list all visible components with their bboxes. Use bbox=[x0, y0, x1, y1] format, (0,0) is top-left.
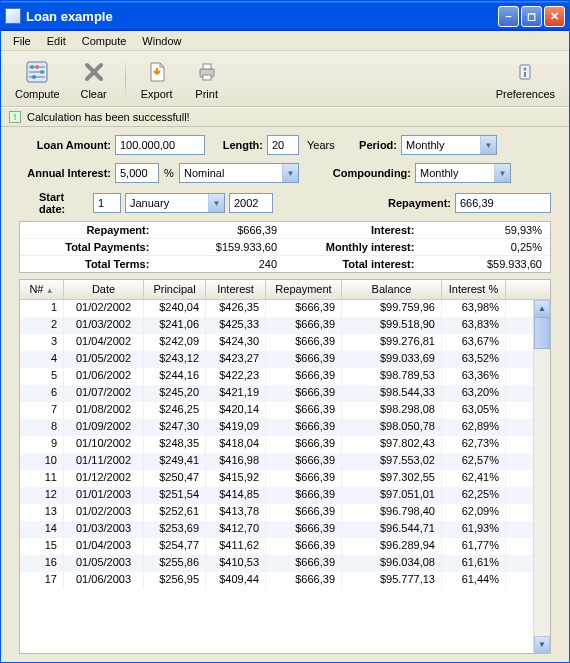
table-row[interactable]: 201/03/2002$241,06$425,33$666,39$99.518,… bbox=[20, 317, 533, 334]
cell-repayment: $666,39 bbox=[266, 572, 342, 589]
col-principal[interactable]: Principal bbox=[144, 280, 206, 299]
col-balance[interactable]: Balance bbox=[342, 280, 442, 299]
cell-principal: $252,61 bbox=[144, 504, 206, 521]
summary-box: Repayment: $666,39 Interest: 59,93% Tota… bbox=[19, 221, 551, 273]
col-date[interactable]: Date bbox=[64, 280, 144, 299]
scroll-up-button[interactable]: ▲ bbox=[534, 300, 550, 317]
vertical-scrollbar[interactable]: ▲ ▼ bbox=[533, 300, 550, 653]
table-row[interactable]: 1501/04/2003$254,77$411,62$666,39$96.289… bbox=[20, 538, 533, 555]
export-button[interactable]: Export bbox=[135, 56, 179, 102]
cell-principal: $253,69 bbox=[144, 521, 206, 538]
svg-point-5 bbox=[35, 65, 39, 69]
close-button[interactable]: ✕ bbox=[544, 6, 565, 27]
cell-interest: $409,44 bbox=[206, 572, 266, 589]
cell-repayment: $666,39 bbox=[266, 351, 342, 368]
cell-repayment: $666,39 bbox=[266, 368, 342, 385]
menu-file[interactable]: File bbox=[5, 33, 39, 49]
app-icon bbox=[5, 8, 21, 24]
svg-point-6 bbox=[40, 70, 44, 74]
cell-repayment: $666,39 bbox=[266, 419, 342, 436]
print-icon bbox=[193, 58, 221, 86]
col-interest-pct[interactable]: Interest % bbox=[442, 280, 506, 299]
scroll-track[interactable] bbox=[534, 349, 550, 636]
svg-point-4 bbox=[30, 65, 34, 69]
sum-total-payments-label: Total Payments: bbox=[20, 239, 157, 255]
preferences-label: Preferences bbox=[496, 88, 555, 100]
cell-interest-pct: 63,52% bbox=[442, 351, 506, 368]
svg-rect-9 bbox=[203, 64, 211, 69]
menu-edit[interactable]: Edit bbox=[39, 33, 74, 49]
cell-n: 14 bbox=[20, 521, 64, 538]
cell-repayment: $666,39 bbox=[266, 504, 342, 521]
table-row[interactable]: 1001/11/2002$249,41$416,98$666,39$97.553… bbox=[20, 453, 533, 470]
repayment-input[interactable] bbox=[455, 193, 551, 213]
menu-window[interactable]: Window bbox=[134, 33, 189, 49]
start-month-select[interactable] bbox=[125, 193, 225, 213]
period-select[interactable] bbox=[401, 135, 497, 155]
cell-n: 11 bbox=[20, 470, 64, 487]
compute-label: Compute bbox=[15, 88, 60, 100]
length-label: Length: bbox=[209, 139, 263, 151]
status-bar: ! Calculation has been successfull! bbox=[1, 107, 569, 127]
compute-button[interactable]: Compute bbox=[9, 56, 66, 102]
cell-principal: $246,25 bbox=[144, 402, 206, 419]
length-unit: Years bbox=[303, 139, 343, 151]
table-row[interactable]: 1101/12/2002$250,47$415,92$666,39$97.302… bbox=[20, 470, 533, 487]
table-row[interactable]: 1601/05/2003$255,86$410,53$666,39$96.034… bbox=[20, 555, 533, 572]
sum-monthly-interest: 0,25% bbox=[422, 239, 550, 255]
cell-principal: $245,20 bbox=[144, 385, 206, 402]
clear-button[interactable]: Clear bbox=[72, 56, 116, 102]
window-title: Loan example bbox=[26, 9, 498, 24]
col-interest[interactable]: Interest bbox=[206, 280, 266, 299]
loan-amount-input[interactable] bbox=[115, 135, 205, 155]
preferences-icon bbox=[511, 58, 539, 86]
print-button[interactable]: Print bbox=[185, 56, 229, 102]
cell-date: 01/03/2002 bbox=[64, 317, 144, 334]
cell-date: 01/01/2003 bbox=[64, 487, 144, 504]
cell-repayment: $666,39 bbox=[266, 334, 342, 351]
scroll-thumb[interactable] bbox=[534, 317, 550, 349]
table-row[interactable]: 401/05/2002$243,12$423,27$666,39$99.033,… bbox=[20, 351, 533, 368]
minimize-button[interactable]: – bbox=[498, 6, 519, 27]
cell-principal: $250,47 bbox=[144, 470, 206, 487]
cell-n: 12 bbox=[20, 487, 64, 504]
cell-interest: $413,78 bbox=[206, 504, 266, 521]
table-row[interactable]: 1201/01/2003$251,54$414,85$666,39$97.051… bbox=[20, 487, 533, 504]
sum-total-payments: $159.933,60 bbox=[157, 239, 285, 255]
start-year-input[interactable] bbox=[229, 193, 273, 213]
cell-balance: $99.033,69 bbox=[342, 351, 442, 368]
cell-interest-pct: 62,25% bbox=[442, 487, 506, 504]
cell-date: 01/09/2002 bbox=[64, 419, 144, 436]
maximize-button[interactable]: ◻ bbox=[521, 6, 542, 27]
table-row[interactable]: 101/02/2002$240,04$426,35$666,39$99.759,… bbox=[20, 300, 533, 317]
col-n[interactable]: N# bbox=[20, 280, 64, 299]
menu-compute[interactable]: Compute bbox=[74, 33, 135, 49]
interest-type-select[interactable] bbox=[179, 163, 299, 183]
start-day-input[interactable] bbox=[93, 193, 121, 213]
table-row[interactable]: 901/10/2002$248,35$418,04$666,39$97.802,… bbox=[20, 436, 533, 453]
annual-interest-input[interactable] bbox=[115, 163, 159, 183]
table-row[interactable]: 701/08/2002$246,25$420,14$666,39$98.298,… bbox=[20, 402, 533, 419]
length-input[interactable] bbox=[267, 135, 299, 155]
preferences-button[interactable]: Preferences bbox=[490, 56, 561, 102]
cell-balance: $96.544,71 bbox=[342, 521, 442, 538]
cell-n: 5 bbox=[20, 368, 64, 385]
form-area: Loan Amount: Length: Years Period: ▼ Ann… bbox=[1, 127, 569, 221]
cell-interest-pct: 63,83% bbox=[442, 317, 506, 334]
cell-repayment: $666,39 bbox=[266, 385, 342, 402]
cell-principal: $254,77 bbox=[144, 538, 206, 555]
compounding-select[interactable] bbox=[415, 163, 511, 183]
scroll-down-button[interactable]: ▼ bbox=[534, 636, 550, 653]
table-row[interactable]: 801/09/2002$247,30$419,09$666,39$98.050,… bbox=[20, 419, 533, 436]
table-row[interactable]: 1301/02/2003$252,61$413,78$666,39$96.798… bbox=[20, 504, 533, 521]
cell-balance: $99.276,81 bbox=[342, 334, 442, 351]
table-row[interactable]: 601/07/2002$245,20$421,19$666,39$98.544,… bbox=[20, 385, 533, 402]
percent-label: % bbox=[163, 167, 175, 179]
table-row[interactable]: 1401/03/2003$253,69$412,70$666,39$96.544… bbox=[20, 521, 533, 538]
table-row[interactable]: 501/06/2002$244,16$422,23$666,39$98.789,… bbox=[20, 368, 533, 385]
col-repayment[interactable]: Repayment bbox=[266, 280, 342, 299]
cell-interest-pct: 61,44% bbox=[442, 572, 506, 589]
table-row[interactable]: 301/04/2002$242,09$424,30$666,39$99.276,… bbox=[20, 334, 533, 351]
table-row[interactable]: 1701/06/2003$256,95$409,44$666,39$95.777… bbox=[20, 572, 533, 589]
titlebar[interactable]: Loan example – ◻ ✕ bbox=[1, 1, 569, 31]
